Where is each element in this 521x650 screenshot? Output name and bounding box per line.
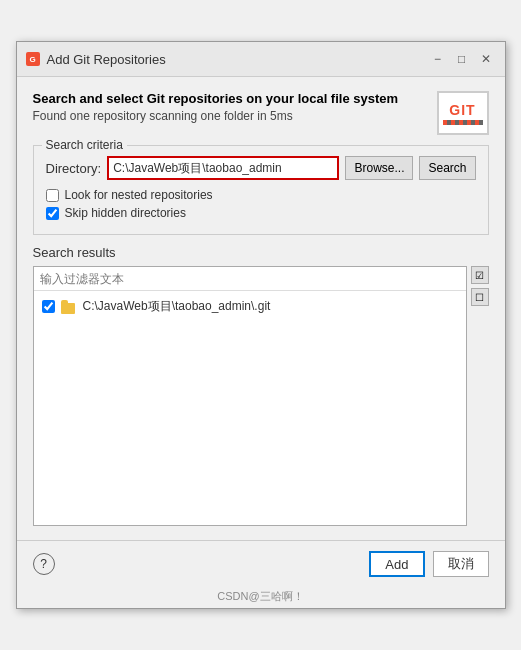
dialog-content: Search and select Git repositories on yo… [17,77,505,540]
maximize-button[interactable]: □ [451,48,473,70]
results-container: C:\JavaWeb项目\taobao_admin\.git ☑ ☐ [33,266,489,526]
footer: ? Add 取消 [17,540,505,587]
header-text: Search and select Git repositories on yo… [33,91,427,123]
directory-row: Directory: Browse... Search [46,156,476,180]
search-criteria-group: Search criteria Directory: Browse... Sea… [33,145,489,235]
watermark: CSDN@三哈啊！ [17,587,505,608]
cancel-button[interactable]: 取消 [433,551,489,577]
footer-buttons: Add 取消 [369,551,488,577]
help-button[interactable]: ? [33,553,55,575]
window-title: Add Git Repositories [47,52,166,67]
main-window: G Add Git Repositories − □ ✕ Search and … [16,41,506,609]
result-checkbox[interactable] [42,300,55,313]
directory-input[interactable] [107,156,339,180]
title-bar-controls: − □ ✕ [427,48,497,70]
browse-button[interactable]: Browse... [345,156,413,180]
search-results-section: Search results C:\JavaWeb项目\taobao_admin… [33,245,489,526]
results-box: C:\JavaWeb项目\taobao_admin\.git [33,266,467,526]
search-criteria-label: Search criteria [42,138,127,152]
close-button[interactable]: ✕ [475,48,497,70]
hidden-checkbox[interactable] [46,207,59,220]
title-bar-left: G Add Git Repositories [25,51,166,67]
add-button[interactable]: Add [369,551,424,577]
title-bar: G Add Git Repositories − □ ✕ [17,42,505,77]
header-subtitle: Found one repository scanning one folder… [33,109,427,123]
filter-input[interactable] [34,267,466,291]
window-icon: G [25,51,41,67]
header-title: Search and select Git repositories on yo… [33,91,427,106]
git-logo-bar [443,120,483,125]
uncheck-all-button[interactable]: ☐ [471,288,489,306]
git-logo-text: GIT [449,102,475,118]
git-logo: GIT [437,91,489,135]
hidden-checkbox-row: Skip hidden directories [46,206,476,220]
side-controls: ☑ ☐ [471,266,489,526]
hidden-label[interactable]: Skip hidden directories [65,206,186,220]
list-item[interactable]: C:\JavaWeb项目\taobao_admin\.git [38,295,462,318]
search-results-label: Search results [33,245,489,260]
nested-checkbox[interactable] [46,189,59,202]
minimize-button[interactable]: − [427,48,449,70]
folder-icon [61,300,77,314]
nested-checkbox-row: Look for nested repositories [46,188,476,202]
result-path: C:\JavaWeb项目\taobao_admin\.git [83,298,271,315]
nested-label[interactable]: Look for nested repositories [65,188,213,202]
results-list: C:\JavaWeb项目\taobao_admin\.git [34,291,466,525]
directory-label: Directory: [46,161,102,176]
header-section: Search and select Git repositories on yo… [33,91,489,135]
check-all-button[interactable]: ☑ [471,266,489,284]
git-small-icon: G [26,52,40,66]
search-button[interactable]: Search [419,156,475,180]
